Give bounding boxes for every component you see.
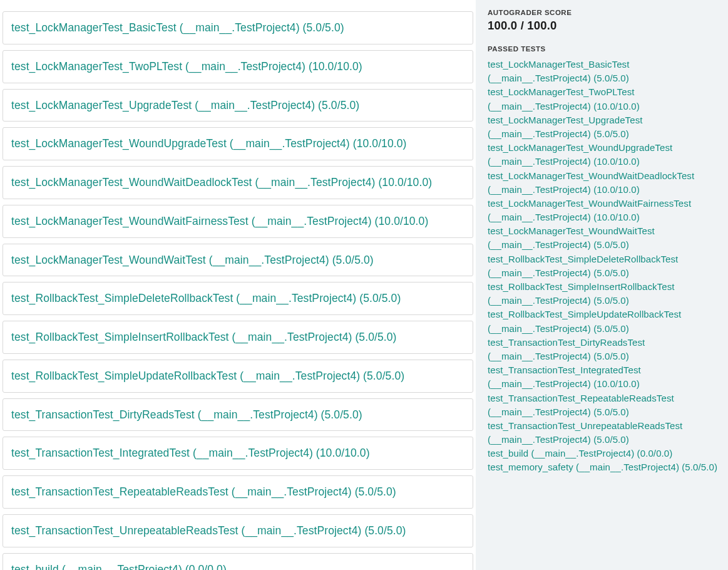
passed-test-link[interactable]: test_LockManagerTest_WoundWaitDeadlockTe… bbox=[488, 169, 722, 197]
test-results-panel: test_LockManagerTest_BasicTest (__main__… bbox=[0, 0, 476, 570]
test-result-card[interactable]: test_LockManagerTest_WoundWaitFairnessTe… bbox=[3, 205, 473, 238]
passed-test-link[interactable]: test_LockManagerTest_TwoPLTest (__main__… bbox=[488, 85, 722, 113]
test-result-title: test_TransactionTest_DirtyReadsTest (__m… bbox=[11, 408, 464, 422]
passed-test-link[interactable]: test_LockManagerTest_WoundWaitTest (__ma… bbox=[488, 224, 722, 252]
test-result-card[interactable]: test_LockManagerTest_BasicTest (__main__… bbox=[3, 11, 473, 44]
test-result-card[interactable]: test_TransactionTest_DirtyReadsTest (__m… bbox=[3, 398, 473, 432]
passed-test-link[interactable]: test_LockManagerTest_UpgradeTest (__main… bbox=[488, 113, 722, 141]
passed-test-link[interactable]: test_TransactionTest_IntegratedTest (__m… bbox=[488, 363, 722, 391]
test-result-title: test_TransactionTest_IntegratedTest (__m… bbox=[11, 446, 464, 460]
test-result-card[interactable]: test_LockManagerTest_WoundWaitTest (__ma… bbox=[3, 244, 473, 277]
score-sidebar: AUTOGRADER SCORE 100.0 / 100.0 PASSED TE… bbox=[476, 0, 728, 570]
test-result-title: test_RollbackTest_SimpleInsertRollbackTe… bbox=[11, 330, 464, 345]
test-result-title: test_LockManagerTest_WoundWaitTest (__ma… bbox=[11, 253, 464, 267]
passed-test-link[interactable]: test_build (__main__.TestProject4) (0.0/… bbox=[488, 447, 722, 460]
passed-tests-list: test_LockManagerTest_BasicTest (__main__… bbox=[488, 58, 722, 475]
test-result-card[interactable]: test_LockManagerTest_WoundUpgradeTest (_… bbox=[3, 127, 473, 160]
test-result-title: test_RollbackTest_SimpleUpdateRollbackTe… bbox=[11, 369, 464, 383]
test-result-card[interactable]: test_RollbackTest_SimpleInsertRollbackTe… bbox=[3, 321, 473, 354]
test-result-card[interactable]: test_LockManagerTest_UpgradeTest (__main… bbox=[3, 89, 473, 122]
passed-test-link[interactable]: test_RollbackTest_SimpleInsertRollbackTe… bbox=[488, 280, 722, 308]
autograder-score-value: 100.0 / 100.0 bbox=[488, 19, 722, 33]
passed-test-link[interactable]: test_memory_safety (__main__.TestProject… bbox=[488, 460, 722, 474]
passed-test-link[interactable]: test_TransactionTest_UnrepeatableReadsTe… bbox=[488, 419, 722, 447]
passed-test-link[interactable]: test_RollbackTest_SimpleDeleteRollbackTe… bbox=[488, 252, 722, 280]
test-result-card[interactable]: test_LockManagerTest_WoundWaitDeadlockTe… bbox=[3, 166, 473, 199]
passed-test-link[interactable]: test_LockManagerTest_BasicTest (__main__… bbox=[488, 58, 722, 85]
test-result-title: test_LockManagerTest_TwoPLTest (__main__… bbox=[11, 60, 464, 74]
test-result-card[interactable]: test_LockManagerTest_TwoPLTest (__main__… bbox=[3, 50, 473, 83]
autograder-score-heading: AUTOGRADER SCORE bbox=[488, 9, 722, 16]
test-result-card[interactable]: test_TransactionTest_RepeatableReadsTest… bbox=[3, 475, 473, 509]
passed-test-link[interactable]: test_LockManagerTest_WoundWaitFairnessTe… bbox=[488, 197, 722, 224]
test-result-title: test_LockManagerTest_WoundWaitDeadlockTe… bbox=[11, 175, 464, 190]
test-result-card[interactable]: test_RollbackTest_SimpleDeleteRollbackTe… bbox=[3, 282, 473, 315]
test-result-card[interactable]: test_build (__main__.TestProject4) (0.0/… bbox=[3, 553, 473, 571]
test-result-title: test_LockManagerTest_WoundWaitFairnessTe… bbox=[11, 214, 464, 229]
test-result-title: test_build (__main__.TestProject4) (0.0/… bbox=[11, 562, 464, 571]
test-result-card[interactable]: test_TransactionTest_IntegratedTest (__m… bbox=[3, 437, 473, 470]
passed-test-link[interactable]: test_LockManagerTest_WoundUpgradeTest (_… bbox=[488, 141, 722, 168]
test-result-title: test_RollbackTest_SimpleDeleteRollbackTe… bbox=[11, 291, 464, 306]
passed-test-link[interactable]: test_TransactionTest_RepeatableReadsTest… bbox=[488, 391, 722, 419]
test-result-title: test_LockManagerTest_WoundUpgradeTest (_… bbox=[11, 137, 464, 151]
test-result-title: test_TransactionTest_RepeatableReadsTest… bbox=[11, 485, 464, 499]
test-result-card[interactable]: test_TransactionTest_UnrepeatableReadsTe… bbox=[3, 514, 473, 547]
passed-test-link[interactable]: test_RollbackTest_SimpleUpdateRollbackTe… bbox=[488, 308, 722, 335]
test-result-title: test_TransactionTest_UnrepeatableReadsTe… bbox=[11, 524, 464, 538]
passed-test-link[interactable]: test_TransactionTest_DirtyReadsTest (__m… bbox=[488, 336, 722, 363]
passed-tests-heading: PASSED TESTS bbox=[488, 45, 722, 53]
test-result-title: test_LockManagerTest_BasicTest (__main__… bbox=[11, 21, 464, 35]
test-result-card[interactable]: test_RollbackTest_SimpleUpdateRollbackTe… bbox=[3, 360, 473, 393]
test-result-title: test_LockManagerTest_UpgradeTest (__main… bbox=[11, 98, 464, 113]
